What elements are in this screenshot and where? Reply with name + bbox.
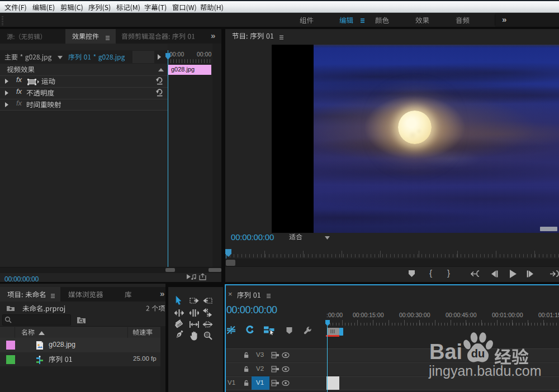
svg-text:du: du	[471, 347, 485, 360]
